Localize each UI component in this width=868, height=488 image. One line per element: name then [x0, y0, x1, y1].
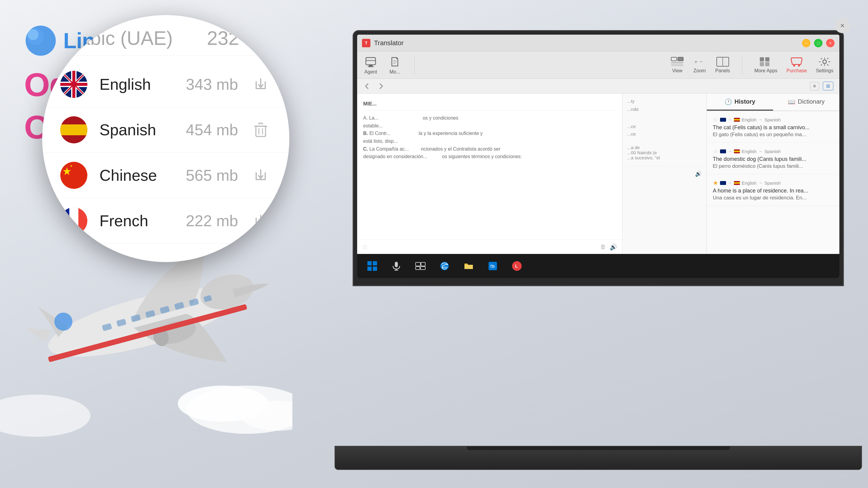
- app-icon: T: [362, 39, 370, 47]
- star-2[interactable]: ☆: [713, 148, 718, 155]
- speaker-icon-2[interactable]: 🔊: [695, 170, 702, 177]
- close-button[interactable]: ×: [826, 39, 835, 47]
- translation-text-b2: está listo, disp...: [363, 137, 616, 145]
- dictionary-tab-label: Dictionary: [798, 98, 825, 105]
- chinese-download[interactable]: [250, 165, 271, 186]
- favorite-icon[interactable]: ☆: [362, 243, 368, 251]
- speaker-icon[interactable]: 🔊: [610, 243, 617, 251]
- svg-rect-29: [671, 57, 677, 61]
- mic-button[interactable]: [387, 257, 405, 275]
- china-flag: [60, 162, 87, 189]
- right-panel-tabs: 🕐 History 📖 Dictionary: [707, 94, 839, 111]
- nav-back-icon[interactable]: [363, 82, 372, 90]
- task-view-button[interactable]: [411, 257, 430, 275]
- agent-label: Agent: [364, 69, 377, 75]
- svg-rect-40: [765, 62, 770, 66]
- purchase-button[interactable]: Purchase: [786, 57, 807, 73]
- lang-item-chinese[interactable]: Chinese 565 mb: [42, 153, 289, 198]
- english-size: 343 mb: [186, 75, 238, 93]
- nav-forward-icon[interactable]: [376, 82, 385, 90]
- title-bar: T Translator − □ ×: [357, 35, 839, 52]
- settings-button[interactable]: Settings: [816, 57, 833, 73]
- panels-button[interactable]: Panels: [715, 57, 730, 73]
- history-source-3: A home is a place of residence. In rea..…: [713, 188, 833, 194]
- french-name: French: [99, 212, 174, 230]
- view-button[interactable]: View: [671, 57, 684, 73]
- svg-point-42: [798, 65, 800, 67]
- file-explorer-button[interactable]: [460, 257, 478, 275]
- english-name: English: [99, 75, 174, 93]
- spain-flag: [60, 116, 87, 143]
- svg-rect-22: [366, 58, 375, 65]
- lang-toggle-list[interactable]: ≡: [810, 82, 819, 90]
- svg-point-41: [793, 65, 795, 67]
- history-target-1: El gato (Felis catus) es un pequeño ma..…: [713, 132, 833, 138]
- history-source-1: The cat (Felis catus) is a small carnivo…: [713, 124, 833, 131]
- chinese-size: 565 mb: [186, 166, 238, 184]
- svg-rect-30: [678, 57, 683, 61]
- app-taskbar-button[interactable]: L: [508, 257, 526, 275]
- minimize-button[interactable]: −: [802, 39, 810, 47]
- spanish-name: Spanish: [99, 121, 174, 139]
- lang-item-spanish[interactable]: Spanish 454 mb: [42, 107, 289, 153]
- taskbar: 🛍 L: [357, 254, 839, 278]
- svg-rect-46: [367, 267, 372, 271]
- zoom-label: Zoom: [693, 68, 706, 73]
- lang-item-english[interactable]: English 343 mb: [42, 62, 289, 107]
- translation-text-b: B. El Contr... la y la experiencia sufic…: [363, 130, 616, 137]
- svg-rect-45: [373, 261, 377, 265]
- translation-text-a: A. La... os y condiciones: [363, 114, 616, 122]
- lingvanex-logo-icon: [24, 24, 57, 57]
- toolbar-sep2: [742, 56, 742, 74]
- airplane-illustration: [0, 235, 292, 440]
- zoom-icon: ＋ −: [693, 57, 706, 67]
- more-apps-icon: [759, 57, 772, 67]
- start-button[interactable]: [363, 257, 381, 275]
- svg-rect-48: [395, 262, 398, 267]
- panels-label: Panels: [715, 68, 730, 73]
- french-size: 222 mb: [186, 212, 238, 230]
- svg-rect-24: [369, 65, 373, 66]
- view-label: View: [672, 68, 682, 73]
- svg-rect-38: [765, 57, 770, 61]
- spanish-delete[interactable]: [250, 119, 271, 140]
- maximize-button[interactable]: □: [814, 39, 823, 47]
- edge-browser-button[interactable]: [435, 257, 454, 275]
- tab-history[interactable]: 🕐 History: [707, 94, 773, 110]
- agent-icon: [365, 56, 377, 67]
- history-target-2: El perro doméstico (Canis lupus famili..…: [713, 163, 833, 169]
- svg-rect-39: [760, 62, 764, 66]
- delete-icon[interactable]: 🗑: [600, 243, 606, 250]
- dictionary-tab-icon: 📖: [788, 98, 795, 105]
- svg-rect-54: [421, 267, 425, 270]
- svg-point-43: [823, 60, 827, 64]
- svg-rect-53: [415, 267, 420, 270]
- close-overlay-button[interactable]: ×: [835, 18, 850, 33]
- lang-toggle-grid[interactable]: ⊞: [823, 82, 833, 90]
- svg-rect-73: [60, 124, 87, 135]
- svg-point-78: [60, 162, 87, 189]
- document-tool[interactable]: Mo...: [387, 56, 402, 75]
- toolbar-separator: [414, 56, 415, 74]
- uk-flag: [60, 71, 87, 98]
- svg-text:＋ −: ＋ −: [693, 59, 703, 64]
- svg-rect-52: [421, 262, 425, 266]
- tab-dictionary[interactable]: 📖 Dictionary: [773, 94, 839, 110]
- document-label: Mo...: [390, 69, 400, 75]
- more-apps-button[interactable]: More Apps: [754, 57, 777, 73]
- settings-icon: [818, 57, 831, 67]
- arabic-region: (UAE): [120, 27, 173, 49]
- store-button[interactable]: 🛍: [484, 257, 502, 275]
- lang-pair-3: English: [742, 181, 756, 186]
- settings-label: Settings: [816, 68, 833, 73]
- star-3[interactable]: ★: [713, 179, 718, 187]
- svg-rect-44: [367, 261, 372, 265]
- english-download[interactable]: [250, 74, 271, 95]
- agent-tool[interactable]: Agent: [363, 56, 378, 75]
- lang-pair-1: English: [742, 117, 756, 122]
- star-1[interactable]: ☆: [713, 116, 718, 123]
- history-tab-label: History: [735, 98, 755, 105]
- translation-text-c2: designado en consideración... os siguien…: [363, 153, 616, 161]
- zoom-button[interactable]: ＋ − Zoom: [693, 57, 706, 73]
- main-content-area: MIE... A. La... os y condiciones estable…: [357, 94, 839, 254]
